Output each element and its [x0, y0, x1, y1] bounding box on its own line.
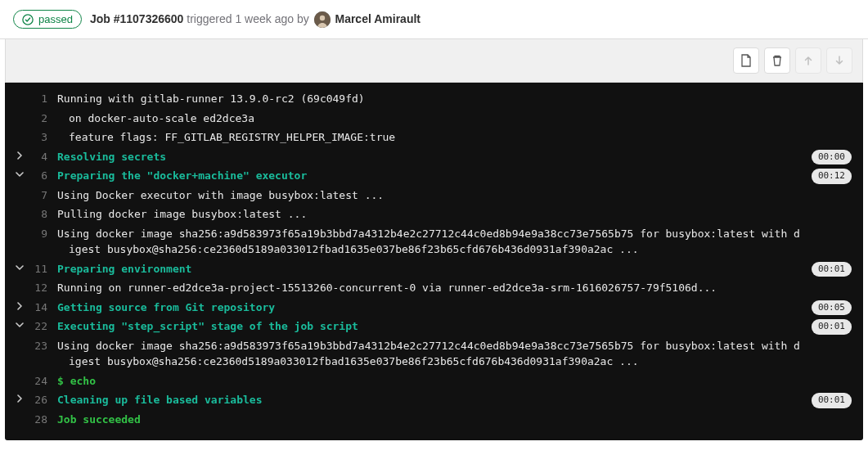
line-number: 8 — [31, 206, 57, 223]
log-text: Using Docker executor with image busybox… — [57, 187, 855, 204]
scroll-top-button[interactable] — [795, 47, 821, 74]
line-number: 2 — [31, 110, 57, 127]
line-number: 11 — [31, 261, 57, 277]
log-text: feature flags: FF_GITLAB_REGISTRY_HELPER… — [57, 129, 855, 146]
trash-icon — [771, 54, 784, 67]
document-icon — [740, 54, 753, 67]
job-header: passed Job #1107326600 triggered 1 week … — [0, 0, 868, 39]
author-name[interactable]: Marcel Amirault — [335, 11, 421, 25]
section-duration: 00:01 — [812, 319, 852, 335]
line-number: 28 — [31, 412, 57, 428]
line-number: 22 — [31, 318, 57, 335]
job-id: Job #1107326600 — [90, 11, 183, 25]
log-line: 3feature flags: FF_GITLAB_REGISTRY_HELPE… — [5, 128, 863, 147]
log-section-header[interactable]: 11Preparing environment00:01 — [5, 259, 863, 279]
log-text: Job succeeded — [57, 412, 855, 428]
fold-spacer — [8, 110, 31, 112]
line-number: 9 — [31, 226, 57, 242]
log-line: 7Using Docker executor with image busybo… — [5, 186, 863, 205]
log-text: $ echo — [57, 373, 855, 390]
scroll-bottom-button[interactable] — [826, 47, 852, 74]
svg-point-2 — [319, 15, 324, 20]
fold-spacer — [8, 129, 31, 131]
fold-toggle-icon[interactable] — [8, 300, 31, 315]
line-number: 7 — [31, 187, 57, 204]
fold-spacer — [8, 187, 31, 189]
fold-toggle-icon[interactable] — [8, 149, 31, 164]
line-number: 4 — [31, 149, 57, 165]
fold-spacer — [8, 91, 31, 92]
section-duration: 00:01 — [812, 393, 852, 408]
log-section-header[interactable]: 22Executing "step_script" stage of the j… — [5, 317, 863, 336]
check-circle-icon — [22, 14, 34, 25]
fold-spacer — [8, 206, 31, 208]
erase-log-button[interactable] — [764, 47, 790, 74]
fold-spacer — [8, 280, 31, 282]
log-line: 1Running with gitlab-runner 13.9.0-rc2 (… — [5, 89, 863, 109]
log-text: Cleaning up file based variables — [57, 392, 855, 408]
line-number: 6 — [31, 168, 57, 184]
arrow-up-icon — [802, 54, 815, 67]
fold-toggle-icon[interactable] — [8, 261, 31, 277]
log-section-header[interactable]: 14Getting source from Git repository00:0… — [5, 298, 863, 318]
triggered-text: triggered 1 week ago by — [187, 11, 308, 25]
line-number: 23 — [31, 338, 57, 354]
section-duration: 00:01 — [812, 262, 852, 277]
log-section-header[interactable]: 6Preparing the "docker+machine" executor… — [5, 166, 863, 186]
fold-toggle-icon[interactable] — [8, 318, 31, 334]
status-badge: passed — [13, 10, 82, 29]
log-text: Executing "step_script" stage of the job… — [57, 318, 855, 335]
fold-spacer — [8, 412, 31, 413]
fold-toggle-icon[interactable] — [8, 168, 31, 183]
log-line: 12Running on runner-ed2dce3a-project-155… — [5, 278, 863, 298]
arrow-down-icon — [833, 54, 846, 67]
log-line: 28Job succeeded — [5, 410, 863, 430]
line-number: 14 — [31, 300, 57, 316]
fold-spacer — [8, 226, 31, 228]
log-section-header[interactable]: 26Cleaning up file based variables00:01 — [5, 390, 863, 410]
section-duration: 00:12 — [812, 169, 852, 184]
log-text: Using docker image sha256:a9d583973f65a1… — [57, 226, 855, 258]
avatar — [314, 11, 331, 28]
job-log: 1Running with gitlab-runner 13.9.0-rc2 (… — [5, 83, 863, 440]
log-text: Running with gitlab-runner 13.9.0-rc2 (6… — [57, 91, 855, 107]
log-line: 2on docker-auto-scale ed2dce3a — [5, 109, 863, 128]
log-text: Getting source from Git repository — [57, 300, 855, 316]
log-line: 24$ echo — [5, 372, 863, 391]
log-section-header[interactable]: 4Resolving secrets00:00 — [5, 147, 863, 167]
fold-toggle-icon[interactable] — [8, 392, 31, 408]
show-raw-button[interactable] — [733, 47, 759, 74]
log-text: Preparing the "docker+machine" executor — [57, 168, 855, 184]
line-number: 12 — [31, 280, 57, 296]
log-text: Pulling docker image busybox:latest ... — [57, 206, 855, 223]
section-duration: 00:05 — [812, 300, 852, 316]
log-toolbar — [5, 39, 863, 83]
line-number: 26 — [31, 392, 57, 408]
status-label: passed — [38, 13, 73, 25]
log-text: Resolving secrets — [57, 149, 855, 165]
line-number: 1 — [31, 91, 57, 107]
section-duration: 00:00 — [812, 150, 852, 165]
log-text: Using docker image sha256:a9d583973f65a1… — [57, 338, 855, 370]
fold-spacer — [8, 338, 31, 340]
log-text: Preparing environment — [57, 261, 855, 277]
log-line: 9Using docker image sha256:a9d583973f65a… — [5, 224, 863, 259]
line-number: 3 — [31, 129, 57, 146]
line-number: 24 — [31, 373, 57, 390]
log-line: 8Pulling docker image busybox:latest ... — [5, 205, 863, 224]
log-line: 23Using docker image sha256:a9d583973f65… — [5, 336, 863, 372]
fold-spacer — [8, 373, 31, 375]
log-text: on docker-auto-scale ed2dce3a — [57, 110, 855, 127]
log-text: Running on runner-ed2dce3a-project-15513… — [57, 280, 855, 296]
job-title-row: Job #1107326600 triggered 1 week ago by … — [90, 11, 421, 28]
